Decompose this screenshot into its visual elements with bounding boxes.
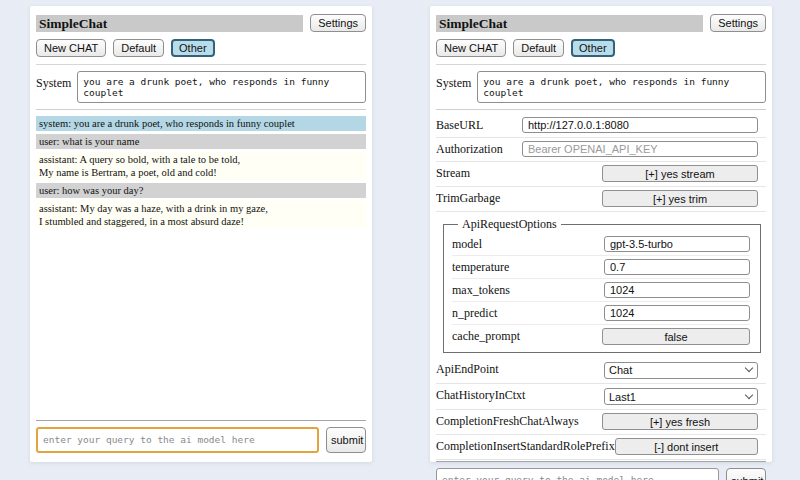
- apiendpoint-label: ApiEndPoint: [436, 362, 499, 377]
- user-query-input[interactable]: [436, 468, 719, 480]
- setting-row-baseurl: BaseURL: [436, 115, 766, 138]
- system-prompt-input[interactable]: you are a drunk poet, who responds in fu…: [477, 71, 766, 103]
- app-title: SimpleChat: [36, 15, 303, 32]
- setting-row-stream: Stream [+] yes stream: [436, 163, 766, 187]
- authorization-input[interactable]: [522, 141, 758, 157]
- setting-row-authorization: Authorization: [436, 139, 766, 162]
- session-toolbar: New CHAT Default Other: [436, 39, 766, 57]
- trimgarbage-label: TrimGarbage: [436, 191, 500, 206]
- system-label: System: [436, 71, 471, 91]
- chathistoryinctxt-select-wrap: Last1: [604, 387, 758, 406]
- model-label: model: [452, 237, 482, 252]
- completioninsertstandardroleprefix-label: CompletionInsertStandardRolePrefix: [436, 439, 615, 454]
- session-toolbar: New CHAT Default Other: [36, 39, 366, 57]
- user-query-input[interactable]: [36, 427, 319, 453]
- completionfreshchatalways-label: CompletionFreshChatAlways: [436, 414, 579, 429]
- separator: [436, 461, 766, 462]
- setting-row-temperature: temperature: [452, 256, 750, 279]
- setting-row-model: model: [452, 233, 750, 256]
- setting-row-trimgarbage: TrimGarbage [+] yes trim: [436, 188, 766, 212]
- separator: [36, 64, 366, 65]
- baseurl-input[interactable]: [522, 117, 758, 133]
- system-prompt-row: System you are a drunk poet, who respond…: [436, 71, 766, 103]
- max-tokens-label: max_tokens: [452, 283, 510, 298]
- api-request-options-legend: ApiRequestOptions: [458, 217, 561, 232]
- stream-toggle-button[interactable]: [+] yes stream: [602, 165, 758, 182]
- setting-row-max-tokens: max_tokens: [452, 279, 750, 302]
- session-tab-other[interactable]: Other: [571, 39, 615, 57]
- submit-button[interactable]: submit: [326, 427, 366, 453]
- separator: [36, 420, 366, 421]
- temperature-label: temperature: [452, 260, 509, 275]
- query-row: submit: [436, 468, 766, 480]
- setting-row-cache-prompt: cache_prompt false: [452, 325, 750, 345]
- api-request-options-fieldset: ApiRequestOptions model temperature max_…: [443, 217, 761, 353]
- n-predict-label: n_predict: [452, 306, 497, 321]
- settings-panel: SimpleChat Settings New CHAT Default Oth…: [430, 6, 772, 462]
- apiendpoint-select-wrap: Chat: [604, 360, 758, 379]
- app-title: SimpleChat: [436, 15, 703, 32]
- spacer: [36, 232, 366, 420]
- model-input[interactable]: [604, 236, 750, 252]
- baseurl-label: BaseURL: [436, 118, 483, 133]
- apiendpoint-select[interactable]: Chat: [604, 362, 758, 379]
- new-chat-button[interactable]: New CHAT: [36, 39, 106, 57]
- setting-row-completionfreshchatalways: CompletionFreshChatAlways [+] yes fresh: [436, 411, 766, 435]
- separator: [436, 64, 766, 65]
- chat-message-assistant: assistant: My day was a haze, with a dri…: [36, 201, 366, 229]
- header: SimpleChat Settings: [436, 14, 766, 32]
- setting-row-completioninsertstandardroleprefix: CompletionInsertStandardRolePrefix [-] d…: [436, 436, 766, 460]
- chathistoryinctxt-select[interactable]: Last1: [604, 388, 758, 405]
- session-tab-default[interactable]: Default: [513, 39, 564, 57]
- trimgarbage-toggle-button[interactable]: [+] yes trim: [602, 190, 758, 207]
- chat-message-user: user: how was your day?: [36, 183, 366, 198]
- separator: [36, 109, 366, 110]
- completionfreshchatalways-toggle-button[interactable]: [+] yes fresh: [602, 413, 758, 430]
- header: SimpleChat Settings: [36, 14, 366, 32]
- stream-label: Stream: [436, 166, 470, 181]
- setting-row-apiendpoint: ApiEndPoint Chat: [436, 358, 766, 384]
- session-tab-default[interactable]: Default: [113, 39, 164, 57]
- setting-row-chathistoryinctxt: ChatHistoryInCtxt Last1: [436, 385, 766, 411]
- chat-message-list: system: you are a drunk poet, who respon…: [36, 116, 366, 232]
- settings-button[interactable]: Settings: [710, 14, 766, 32]
- system-label: System: [36, 71, 71, 91]
- temperature-input[interactable]: [604, 259, 750, 275]
- chat-message-assistant: assistant: A query so bold, with a tale …: [36, 152, 366, 180]
- system-prompt-input[interactable]: you are a drunk poet, who responds in fu…: [77, 71, 366, 103]
- completioninsertstandardroleprefix-toggle-button[interactable]: [-] dont insert: [615, 438, 758, 455]
- setting-row-n-predict: n_predict: [452, 302, 750, 325]
- settings-button[interactable]: Settings: [310, 14, 366, 32]
- n-predict-input[interactable]: [604, 305, 750, 321]
- chat-message-system: system: you are a drunk poet, who respon…: [36, 116, 366, 131]
- query-row: submit: [36, 427, 366, 453]
- chathistoryinctxt-label: ChatHistoryInCtxt: [436, 388, 525, 403]
- separator: [436, 109, 766, 110]
- cache-prompt-label: cache_prompt: [452, 329, 520, 344]
- chat-panel: SimpleChat Settings New CHAT Default Oth…: [30, 6, 372, 462]
- session-tab-other[interactable]: Other: [171, 39, 215, 57]
- system-prompt-row: System you are a drunk poet, who respond…: [36, 71, 366, 103]
- submit-button[interactable]: submit: [726, 468, 766, 480]
- cache-prompt-toggle-button[interactable]: false: [602, 328, 750, 345]
- chat-message-user: user: what is your name: [36, 134, 366, 149]
- max-tokens-input[interactable]: [604, 282, 750, 298]
- new-chat-button[interactable]: New CHAT: [436, 39, 506, 57]
- authorization-label: Authorization: [436, 142, 503, 157]
